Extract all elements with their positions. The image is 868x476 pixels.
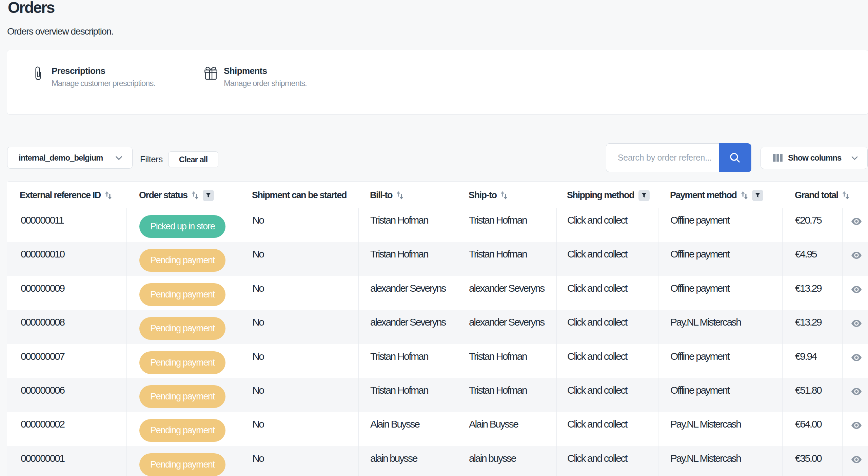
eye-icon[interactable]	[851, 286, 868, 293]
search-input[interactable]: Search by order referen...	[606, 143, 719, 172]
eye-icon[interactable]	[851, 320, 868, 327]
filter-button[interactable]	[752, 190, 763, 201]
quick-link-title[interactable]: Shipments	[224, 65, 307, 76]
column-header-order_status[interactable]: Order status	[126, 182, 240, 208]
cell-shipment_can_be_started: No	[240, 208, 358, 242]
search-button[interactable]	[719, 143, 751, 172]
view-order-button[interactable]	[842, 412, 868, 446]
quick-link-subtitle: Manage order shipments.	[224, 78, 307, 88]
eye-icon[interactable]	[851, 252, 868, 259]
column-header-content: Grand total	[795, 190, 842, 201]
cell-bill_to: alain buysse	[358, 446, 458, 476]
cell-payment_method: Pay.NL Mistercash	[658, 446, 782, 476]
eye-icon[interactable]	[851, 218, 868, 225]
cell-bill_to: Alain Buysse	[358, 412, 458, 446]
cell-bill_to: Tristan Hofman	[358, 378, 458, 412]
cell-external_reference_id: 000000001	[7, 446, 126, 476]
cell-shipment_can_be_started: No	[240, 310, 358, 344]
chevron-down-icon	[851, 156, 858, 160]
eye-icon[interactable]	[851, 422, 868, 429]
cell-ship_to: Tristan Hofman	[458, 208, 556, 242]
cell-payment_method: Offline payment	[658, 344, 782, 378]
column-header-payment_method[interactable]: Payment method	[658, 182, 782, 208]
cell-shipping_method: Click and collect	[556, 412, 658, 446]
column-header-grand_total[interactable]: Grand total	[782, 182, 842, 208]
view-order-button[interactable]	[842, 446, 868, 476]
table-row: 000000006Pending paymentNoTristan Hofman…	[7, 378, 868, 412]
table-row: 000000008Pending paymentNoalexander Seve…	[7, 310, 868, 344]
cell-shipping_method: Click and collect	[556, 310, 658, 344]
quick-link-prescriptions[interactable]: Prescriptions Manage customer prescripti…	[52, 65, 155, 88]
view-order-button[interactable]	[842, 378, 868, 412]
column-header-content: Order status	[139, 190, 240, 201]
cell-grand_total: €13.29	[782, 276, 842, 310]
eye-icon[interactable]	[851, 388, 868, 395]
column-header-bill_to[interactable]: Bill-to	[358, 182, 458, 208]
cell-bill_to: Tristan Hofman	[358, 344, 458, 378]
cell-order_status: Pending payment	[126, 242, 240, 276]
cell-external_reference_id: 000000006	[7, 378, 126, 412]
cell-shipment_can_be_started: No	[240, 378, 358, 412]
column-label: Order status	[139, 190, 188, 201]
show-columns-button[interactable]: Show columns	[761, 147, 868, 169]
view-order-button[interactable]	[842, 344, 868, 378]
clear-all-button[interactable]: Clear all	[168, 151, 218, 167]
sort-icon[interactable]	[192, 191, 198, 200]
cell-grand_total: €64.00	[782, 412, 842, 446]
cell-bill_to: Tristan Hofman	[358, 242, 458, 276]
status-badge: Picked up in store	[139, 215, 225, 238]
view-order-button[interactable]	[842, 310, 868, 344]
view-order-button[interactable]	[842, 276, 868, 310]
cell-ship_to: alain buysse	[458, 446, 556, 476]
status-badge: Pending payment	[139, 283, 225, 306]
orders-page: Orders Orders overview description. Pres…	[0, 0, 868, 476]
quick-link-title[interactable]: Prescriptions	[52, 65, 155, 76]
status-badge: Pending payment	[139, 351, 225, 374]
sort-icon[interactable]	[105, 191, 112, 200]
cell-payment_method: Pay.NL Mistercash	[658, 310, 782, 344]
store-selector-value: internal_demo_belgium	[19, 153, 103, 163]
column-header-external_reference_id[interactable]: External reference ID	[7, 182, 126, 208]
column-header-content: Shipping method	[567, 190, 658, 201]
cell-order_status: Pending payment	[126, 310, 240, 344]
view-order-button[interactable]	[842, 242, 868, 276]
cell-ship_to: Tristan Hofman	[458, 378, 556, 412]
store-selector-dropdown[interactable]: internal_demo_belgium	[7, 147, 133, 169]
table-row: 000000009Pending paymentNoalexander Seve…	[7, 276, 868, 310]
cell-shipping_method: Click and collect	[556, 344, 658, 378]
cell-ship_to: Alain Buysse	[458, 412, 556, 446]
eye-icon[interactable]	[851, 456, 868, 463]
clear-all-label: Clear all	[179, 155, 208, 164]
filter-button[interactable]	[638, 190, 650, 201]
column-header-shipping_method: Shipping method	[556, 182, 658, 208]
cell-ship_to: Tristan Hofman	[458, 242, 556, 276]
column-header-ship_to[interactable]: Ship-to	[458, 182, 556, 208]
columns-icon	[773, 154, 783, 162]
filters-label: Filters	[140, 148, 163, 170]
column-header-content: Bill-to	[370, 190, 458, 201]
cell-shipping_method: Click and collect	[556, 276, 658, 310]
cell-shipment_can_be_started: No	[240, 276, 358, 310]
view-order-button[interactable]	[842, 208, 868, 242]
eye-icon[interactable]	[851, 354, 868, 361]
column-header-content: Ship-to	[469, 190, 556, 201]
orders-table: External reference ID Order status Shipm…	[7, 181, 868, 476]
cell-shipment_can_be_started: No	[240, 242, 358, 276]
column-header-content: Payment method	[670, 190, 782, 201]
page-description: Orders overview description.	[7, 26, 113, 37]
column-label: Shipping method	[567, 190, 634, 201]
cell-order_status: Pending payment	[126, 412, 240, 446]
sort-icon[interactable]	[397, 191, 403, 200]
cell-grand_total: €13.29	[782, 310, 842, 344]
status-badge: Pending payment	[139, 419, 225, 442]
cell-shipping_method: Click and collect	[556, 208, 658, 242]
quick-link-shipments[interactable]: Shipments Manage order shipments.	[224, 65, 307, 88]
sort-icon[interactable]	[843, 191, 849, 200]
filter-button[interactable]	[203, 190, 214, 201]
cell-bill_to: Tristan Hofman	[358, 208, 458, 242]
sort-icon[interactable]	[501, 191, 507, 200]
sort-icon[interactable]	[741, 191, 748, 200]
cell-shipment_can_be_started: No	[240, 344, 358, 378]
cell-grand_total: €4.95	[782, 242, 842, 276]
cell-grand_total: €51.80	[782, 378, 842, 412]
